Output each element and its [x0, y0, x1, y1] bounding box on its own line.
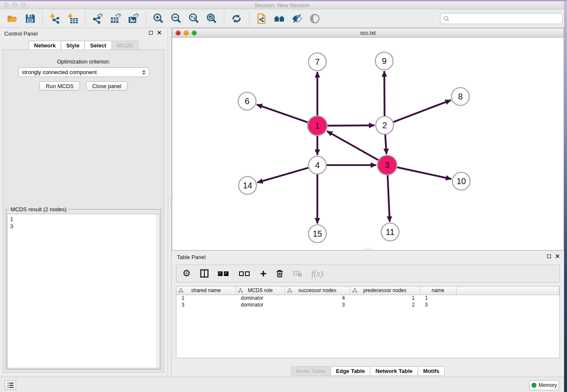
toggle-panel-columns-icon[interactable] [200, 268, 209, 279]
tab-node-table[interactable]: Node Table [291, 366, 331, 376]
network-window-titlebar[interactable]: ✕ − + scc.txt [172, 28, 564, 38]
result-scrollbar[interactable] [157, 214, 160, 368]
tab-network[interactable]: Network [29, 41, 61, 50]
column-header-successor-nodes[interactable]: successor nodes [285, 287, 350, 295]
edge-1-to-6[interactable] [257, 105, 308, 122]
function-builder-icon[interactable]: f(x) [311, 268, 323, 279]
column-header-name[interactable]: name [420, 287, 456, 295]
import-table-icon[interactable] [66, 12, 80, 25]
edge-3-to-1[interactable] [327, 131, 378, 160]
optimization-criterion-select[interactable]: strongly connected component [18, 67, 149, 77]
toolbar-separator [146, 11, 146, 26]
table-cell[interactable]: dominator [236, 295, 285, 301]
maximize-window-button[interactable] [21, 3, 26, 8]
edge-2-to-8[interactable] [394, 100, 451, 122]
control-panel-window-buttons: ✕ [149, 31, 162, 35]
table-cell[interactable]: 3 [176, 301, 236, 308]
show-columns-icon[interactable] [218, 268, 230, 279]
export-network-icon[interactable] [91, 12, 105, 25]
duplicate-network-icon[interactable] [255, 12, 268, 25]
desktop-right-edge [564, 0, 567, 392]
tab-motifs[interactable]: Motifs [418, 366, 445, 376]
table-cell[interactable]: 2 [350, 301, 420, 308]
table-panel-title: Table Panel [177, 254, 206, 260]
table-cell[interactable]: 1 [420, 295, 456, 301]
toolbar-search [440, 13, 563, 24]
table-cell[interactable]: 1 [350, 295, 420, 301]
export-table-icon[interactable] [109, 12, 122, 25]
zoom-fit-icon[interactable] [187, 12, 201, 25]
edge-2-to-9[interactable] [384, 71, 385, 116]
table-cell[interactable]: 4 [285, 295, 350, 301]
edge-4-to-14[interactable] [257, 168, 308, 182]
network-window-controls: ✕ − + [176, 30, 197, 36]
table-row[interactable]: 1dominator411 [176, 295, 559, 301]
status-bar: Memory [0, 377, 564, 392]
network-canvas[interactable]: 1234678910111415 [172, 38, 564, 250]
search-input[interactable] [450, 14, 562, 23]
toolbar-separator [224, 11, 224, 26]
splitter-grip[interactable] [168, 197, 171, 208]
column-header-predecessor-nodes[interactable]: predecessor nodes [350, 287, 420, 295]
table-cell[interactable]: 3 [285, 301, 350, 308]
zoom-in-icon[interactable] [151, 12, 165, 25]
run-mcds-button[interactable]: Run MCDS [39, 81, 80, 91]
network-resize-grip[interactable] [364, 248, 372, 250]
hide-graphics-details-icon[interactable] [290, 12, 304, 25]
float-panel-icon[interactable] [149, 31, 153, 35]
close-network-button[interactable]: ✕ [176, 30, 181, 36]
minimize-network-button[interactable]: − [184, 30, 189, 36]
table-panel: Table Panel ✕ ⚙ + f(x) shared nameMCDS r… [172, 251, 564, 377]
edge-3-to-10[interactable] [397, 167, 451, 179]
memory-status-dot [531, 383, 537, 388]
optimization-criterion-value: strongly connected component [22, 69, 142, 75]
tab-edge-table[interactable]: Edge Table [330, 366, 370, 376]
home-icon[interactable] [272, 12, 286, 25]
tab-style[interactable]: Style [61, 41, 85, 50]
panel-splitter[interactable] [168, 28, 172, 377]
window-controls [4, 3, 26, 8]
table-cell[interactable]: 3 [420, 301, 456, 308]
task-history-button[interactable] [5, 381, 16, 390]
table-toolbar: ⚙ + f(x) [176, 265, 560, 282]
toolbar-separator [249, 11, 249, 26]
open-session-icon[interactable] [6, 12, 19, 25]
column-header-mcds-role[interactable]: MCDS role [236, 287, 285, 295]
tab-network-table[interactable]: Network Table [370, 366, 418, 376]
hide-columns-icon[interactable] [239, 268, 251, 279]
close-panel-icon[interactable]: ✕ [157, 31, 162, 35]
edge-1-to-2[interactable] [328, 125, 374, 126]
export-image-icon[interactable] [127, 12, 140, 25]
close-panel-icon[interactable]: ✕ [555, 254, 560, 258]
edge-2-to-3[interactable] [385, 135, 386, 154]
graph-node-label: 6 [245, 97, 249, 106]
save-session-icon[interactable] [23, 12, 37, 25]
window-titlebar: Session: New Session [0, 1, 564, 9]
delete-column-icon[interactable] [276, 268, 284, 279]
graph-node-label: 7 [315, 57, 319, 66]
zoom-out-icon[interactable] [169, 12, 183, 25]
settings-gear-icon[interactable]: ⚙ [182, 268, 191, 279]
close-panel-button[interactable]: Close panel [86, 81, 128, 91]
table-cell[interactable]: dominator [236, 301, 285, 308]
mcds-result-list[interactable]: 1 3 [7, 214, 160, 368]
float-panel-icon[interactable] [547, 254, 551, 258]
maximize-network-button[interactable]: + [192, 30, 197, 36]
import-network-icon[interactable] [48, 12, 62, 25]
delete-table-icon[interactable] [293, 268, 302, 279]
zoom-selected-icon[interactable] [205, 12, 218, 25]
optimization-criterion-label: Optimization criterion: [3, 58, 164, 65]
close-window-button[interactable] [4, 3, 9, 8]
toolbar-separator [85, 11, 85, 26]
table-cell[interactable]: 1 [176, 295, 236, 301]
tab-mcds[interactable]: MCDS [111, 41, 138, 50]
edge-3-to-11[interactable] [388, 175, 390, 222]
tab-select[interactable]: Select [85, 41, 112, 50]
add-column-icon[interactable]: + [260, 268, 267, 279]
level-of-detail-icon[interactable] [308, 12, 322, 25]
memory-button[interactable]: Memory [529, 380, 559, 390]
column-header-shared-name[interactable]: shared name [176, 287, 236, 295]
apply-layout-icon[interactable] [230, 12, 243, 25]
table-row[interactable]: 3dominator323 [176, 301, 559, 308]
minimize-window-button[interactable] [12, 3, 17, 8]
